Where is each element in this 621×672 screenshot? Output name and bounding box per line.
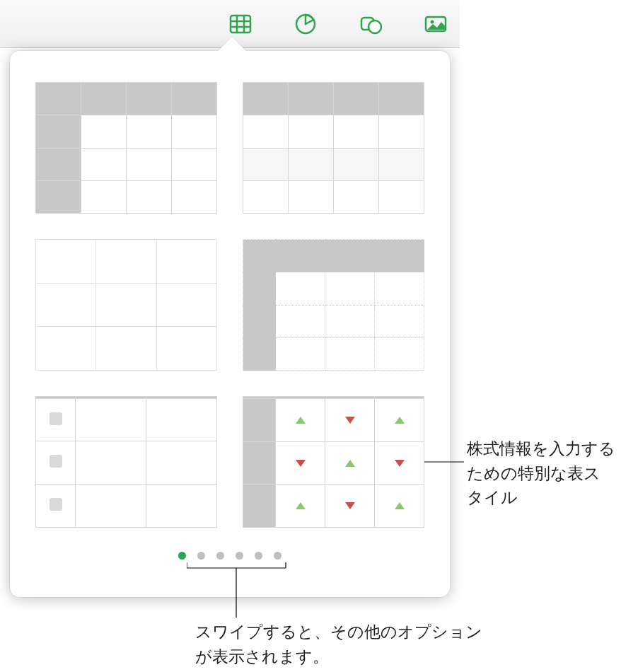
down-arrow-icon	[395, 460, 405, 467]
down-arrow-icon	[345, 417, 355, 424]
callout-stock-style: 株式情報を入力するための特別な表スタイル	[467, 436, 615, 510]
media-icon	[423, 11, 448, 37]
chart-icon	[293, 11, 318, 37]
checkbox-icon	[50, 498, 62, 511]
page-dot-6[interactable]	[274, 552, 282, 560]
table-style-header-inset[interactable]	[243, 239, 424, 371]
table-style-checklist[interactable]	[35, 396, 217, 528]
page-dot-4[interactable]	[236, 552, 243, 560]
table-style-plain[interactable]	[35, 239, 217, 371]
insert-table-button[interactable]	[225, 8, 256, 40]
table-styles-popover	[10, 51, 450, 597]
up-arrow-icon	[296, 502, 306, 509]
page-dot-2[interactable]	[197, 552, 205, 560]
down-arrow-icon	[345, 502, 355, 509]
page-dot-5[interactable]	[255, 552, 262, 560]
svg-rect-0	[231, 16, 250, 33]
down-arrow-icon	[296, 460, 306, 467]
table-style-stock[interactable]	[243, 396, 424, 528]
checkbox-icon	[50, 455, 62, 468]
table-icon	[228, 11, 253, 37]
up-arrow-icon	[345, 460, 355, 467]
table-styles-grid	[35, 82, 424, 528]
insert-chart-button[interactable]	[290, 8, 321, 40]
table-style-header-row-striped[interactable]	[243, 82, 424, 214]
insert-media-button[interactable]	[420, 8, 451, 40]
svg-point-7	[368, 21, 381, 33]
page-dot-1[interactable]	[178, 552, 186, 560]
callout-swipe-hint: スワイプすると、その他のオプションが表示されます。	[195, 620, 492, 668]
up-arrow-icon	[395, 417, 405, 424]
shape-icon	[358, 11, 383, 37]
table-style-header-row-col[interactable]	[35, 82, 217, 214]
page-indicator[interactable]	[35, 552, 424, 560]
svg-point-9	[431, 20, 434, 23]
up-arrow-icon	[296, 417, 306, 424]
checkbox-icon	[50, 412, 62, 425]
insert-shape-button[interactable]	[355, 8, 386, 40]
up-arrow-icon	[395, 502, 405, 509]
page-dot-3[interactable]	[216, 552, 224, 560]
